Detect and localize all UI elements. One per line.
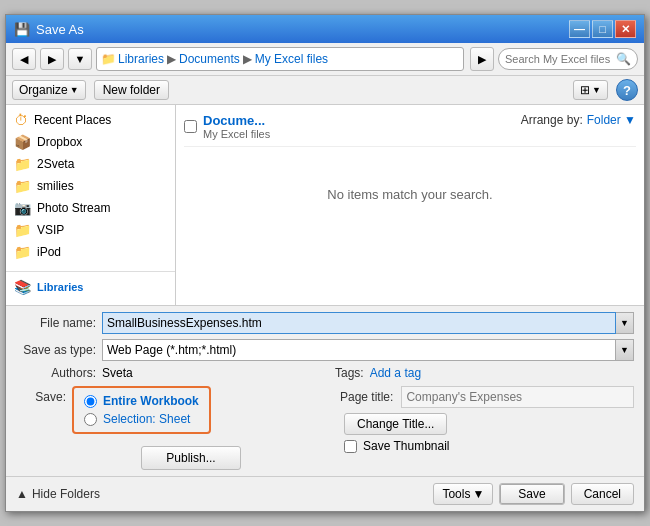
search-input[interactable] [505, 53, 612, 65]
arrange-dropdown[interactable]: Folder ▼ [587, 113, 636, 127]
folder-icon: 📁 [14, 244, 31, 260]
breadcrumb-bar: 📁 Libraries ▶ Documents ▶ My Excel files [96, 47, 464, 71]
sidebar-item-smilies[interactable]: 📁 smilies [6, 175, 175, 197]
content-header: Docume... My Excel files Arrange by: Fol… [184, 113, 636, 147]
dropdown-button[interactable]: ▼ [68, 48, 92, 70]
save-left: Save: Entire Workbook Selection: Sheet P [16, 386, 310, 470]
publish-button[interactable]: Publish... [141, 446, 240, 470]
save-options-box: Entire Workbook Selection: Sheet [72, 386, 211, 434]
sidebar-item-label: 2Sveta [37, 157, 74, 171]
filename-input-wrapper: ▼ [102, 312, 634, 334]
view-button[interactable]: ⊞ ▼ [573, 80, 608, 100]
sidebar-item-dropbox[interactable]: 📦 Dropbox [6, 131, 175, 153]
content-title: Docume... My Excel files [184, 113, 270, 140]
sidebar-item-photo-stream[interactable]: 📷 Photo Stream [6, 197, 175, 219]
nav-toolbar: ◀ ▶ ▼ 📁 Libraries ▶ Documents ▶ My Excel… [6, 43, 644, 76]
arrange-value: Folder [587, 113, 621, 127]
sidebar-item-label: Dropbox [37, 135, 82, 149]
savetype-dropdown-arrow[interactable]: ▼ [616, 339, 634, 361]
arrange-chevron: ▼ [624, 113, 636, 127]
save-thumbnail-row: Save Thumbnail [340, 439, 634, 453]
selection-sheet-radio[interactable] [84, 413, 97, 426]
entire-workbook-radio[interactable] [84, 395, 97, 408]
search-icon: 🔍 [616, 52, 631, 66]
sidebar-item-label: Recent Places [34, 113, 111, 127]
filename-row: File name: ▼ [16, 312, 634, 334]
sidebar-item-2sveta[interactable]: 📁 2Sveta [6, 153, 175, 175]
savetype-row: Save as type: ▼ [16, 339, 634, 361]
sidebar: ⏱ Recent Places 📦 Dropbox 📁 2Sveta 📁 smi… [6, 105, 176, 305]
savetype-label: Save as type: [16, 343, 96, 357]
save-options-section: Save: Entire Workbook Selection: Sheet P [16, 386, 634, 470]
hide-folders-label: Hide Folders [32, 487, 100, 501]
folder-icon-sm: 📁 [101, 52, 116, 66]
tools-arrow: ▼ [472, 487, 484, 501]
breadcrumb-libraries[interactable]: Libraries [118, 52, 164, 66]
title-bar: 💾 Save As — □ ✕ [6, 15, 644, 43]
recent-places-icon: ⏱ [14, 112, 28, 128]
arrange-label: Arrange by: [521, 113, 583, 127]
folder-icon: 📁 [14, 222, 31, 238]
tools-button[interactable]: Tools ▼ [433, 483, 493, 505]
breadcrumb-documents[interactable]: Documents [179, 52, 240, 66]
filename-dropdown-arrow[interactable]: ▼ [616, 312, 634, 334]
cancel-button[interactable]: Cancel [571, 483, 634, 505]
tools-label: Tools [442, 487, 470, 501]
folder-name: Docume... [203, 113, 270, 128]
sidebar-item-vsip[interactable]: 📁 VSIP [6, 219, 175, 241]
sidebar-item-ipod[interactable]: 📁 iPod [6, 241, 175, 263]
change-title-button[interactable]: Change Title... [344, 413, 447, 435]
entire-workbook-row: Entire Workbook [84, 394, 199, 408]
filename-label: File name: [16, 316, 96, 330]
filename-input[interactable] [102, 312, 616, 334]
content-area: Docume... My Excel files Arrange by: Fol… [176, 105, 644, 305]
tags-label: Tags: [335, 366, 364, 380]
folder-sub: My Excel files [203, 128, 270, 140]
entire-workbook-label: Entire Workbook [103, 394, 199, 408]
back-button[interactable]: ◀ [12, 48, 36, 70]
footer: ▲ Hide Folders Tools ▼ Save Cancel [6, 476, 644, 511]
save-right: Page title: Change Title... Save Thumbna… [320, 386, 634, 470]
close-button[interactable]: ✕ [615, 20, 636, 38]
tags-value[interactable]: Add a tag [370, 366, 421, 380]
selection-sheet-row: Selection: Sheet [84, 412, 199, 426]
hide-folders-button[interactable]: ▲ Hide Folders [16, 487, 100, 501]
save-button[interactable]: Save [499, 483, 564, 505]
maximize-button[interactable]: □ [592, 20, 613, 38]
folder-icon: 📁 [14, 178, 31, 194]
save-label: Save: [16, 390, 66, 404]
search-bar[interactable]: 🔍 [498, 48, 638, 70]
organize-button[interactable]: Organize ▼ [12, 80, 86, 100]
select-all-checkbox[interactable] [184, 120, 197, 133]
forward-button[interactable]: ▶ [40, 48, 64, 70]
window-icon: 💾 [14, 22, 30, 37]
page-title-input[interactable] [401, 386, 634, 408]
sidebar-item-label: iPod [37, 245, 61, 259]
view-chevron: ▼ [592, 85, 601, 95]
organize-chevron: ▼ [70, 85, 79, 95]
libraries-icon: 📚 [14, 279, 31, 295]
sidebar-item-label: Photo Stream [37, 201, 110, 215]
no-items-message: No items match your search. [184, 187, 636, 202]
savetype-input-wrapper: ▼ [102, 339, 634, 361]
sidebar-libraries-label: Libraries [37, 281, 83, 293]
new-folder-button[interactable]: New folder [94, 80, 169, 100]
breadcrumb-excel-files[interactable]: My Excel files [255, 52, 328, 66]
footer-right: Tools ▼ Save Cancel [433, 483, 634, 505]
sidebar-section-libraries[interactable]: 📚 Libraries [6, 276, 175, 298]
page-title-row: Page title: [340, 386, 634, 408]
minimize-button[interactable]: — [569, 20, 590, 38]
savetype-input[interactable] [102, 339, 616, 361]
window-title: Save As [36, 22, 84, 37]
photo-stream-icon: 📷 [14, 200, 31, 216]
bottom-section: File name: ▼ Save as type: ▼ Authors: Sv… [6, 305, 644, 476]
save-thumbnail-checkbox[interactable] [344, 440, 357, 453]
refresh-button[interactable]: ▶ [470, 47, 494, 71]
hide-folders-icon: ▲ [16, 487, 28, 501]
help-button[interactable]: ? [616, 79, 638, 101]
save-thumbnail-label: Save Thumbnail [363, 439, 450, 453]
main-area: ⏱ Recent Places 📦 Dropbox 📁 2Sveta 📁 smi… [6, 105, 644, 305]
new-folder-label: New folder [103, 83, 160, 97]
sidebar-item-recent-places[interactable]: ⏱ Recent Places [6, 109, 175, 131]
sidebar-item-label: VSIP [37, 223, 64, 237]
